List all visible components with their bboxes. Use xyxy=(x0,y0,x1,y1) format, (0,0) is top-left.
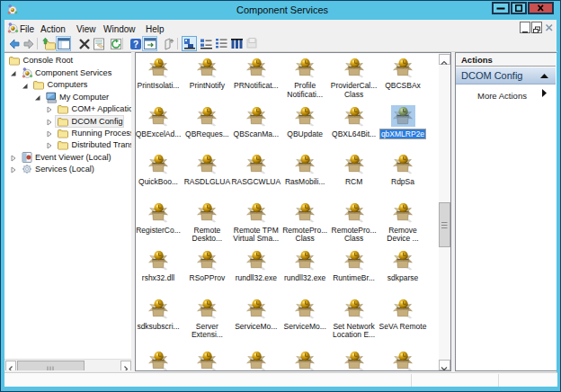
svg-text:?: ? xyxy=(133,40,138,49)
